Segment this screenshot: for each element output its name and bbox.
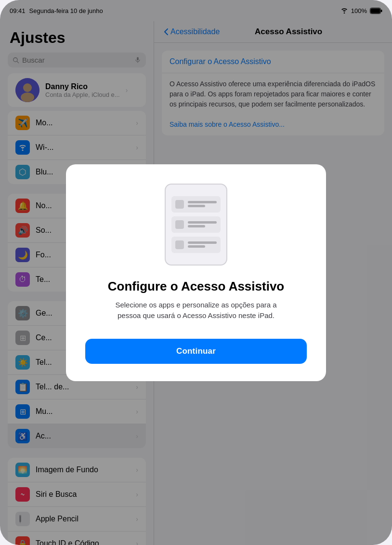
mock-icon-1: [175, 200, 184, 209]
mock-row-2: [171, 216, 221, 233]
mock-icon-2: [175, 220, 184, 229]
mock-text-3: [188, 241, 217, 248]
mock-row-1: [171, 196, 221, 213]
mock-line: [188, 221, 217, 224]
modal-overlay: Configure o Acesso Assistivo Selecione o…: [0, 0, 392, 545]
mock-line: [188, 201, 217, 203]
mock-icon-3: [175, 240, 184, 249]
mock-line-short: [188, 225, 205, 227]
mock-text-2: [188, 221, 217, 227]
mock-text-1: [188, 201, 217, 207]
modal-title: Configure o Acesso Assistivo: [108, 279, 285, 294]
modal-description: Selecione os apps e personalize as opçõe…: [105, 300, 287, 321]
continue-button[interactable]: Continuar: [85, 339, 307, 364]
modal: Configure o Acesso Assistivo Selecione o…: [66, 164, 326, 381]
ipad-illustration: [165, 184, 227, 266]
mock-line: [188, 241, 217, 244]
mock-row-3: [171, 237, 221, 253]
mock-line-short: [188, 245, 205, 248]
mock-line-short: [188, 205, 205, 207]
